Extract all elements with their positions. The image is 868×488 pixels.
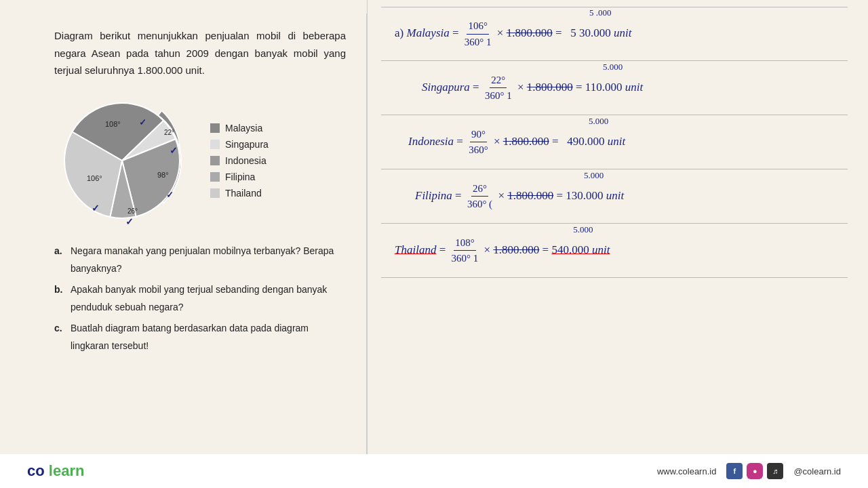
chart-legend-area: .seg { stroke: white; stroke-width: 2; } bbox=[54, 93, 346, 228]
tiktok-icon: ♬ bbox=[767, 463, 783, 479]
question-b: b. Apakah banyak mobil yang terjual seba… bbox=[54, 281, 346, 317]
q-a-label: a. bbox=[54, 242, 66, 278]
legend-item-thailand: Thailand bbox=[210, 188, 269, 199]
q-b-label: b. bbox=[54, 281, 66, 317]
legend-color-singapura bbox=[210, 140, 220, 149]
solution-malaysia: 5 .000 a) Malaysia = 106° 360° 1 × 1.800… bbox=[381, 7, 848, 61]
solution-malaysia-content: 5 .000 a) Malaysia = 106° 360° 1 × 1.800… bbox=[395, 18, 631, 49]
right-panel: 5 .000 a) Malaysia = 106° 360° 1 × 1.800… bbox=[367, 0, 868, 488]
svg-text:✓: ✓ bbox=[92, 203, 100, 214]
legend-color-indonesia bbox=[210, 156, 220, 165]
legend: Malaysia Singapura Indonesia Filipina Th… bbox=[210, 123, 269, 199]
q-c-text: Buatlah diagram batang berdasarkan data … bbox=[71, 319, 346, 355]
description-text: Diagram berikut menunjukkan penjualan mo… bbox=[54, 27, 346, 79]
instagram-icon: ● bbox=[747, 463, 763, 479]
pie-chart: .seg { stroke: white; stroke-width: 2; } bbox=[54, 93, 190, 228]
legend-label-malaysia: Malaysia bbox=[225, 123, 262, 134]
legend-label-filipina: Filipina bbox=[225, 171, 255, 182]
legend-color-malaysia bbox=[210, 123, 220, 133]
legend-label-thailand: Thailand bbox=[225, 188, 262, 199]
question-a: a. Negara manakah yang penjualan mobilny… bbox=[54, 242, 346, 278]
legend-label-indonesia: Indonesia bbox=[225, 155, 267, 166]
legend-color-thailand bbox=[210, 188, 220, 198]
social-icons: f ● ♬ bbox=[726, 463, 783, 479]
svg-text:✓: ✓ bbox=[170, 145, 178, 156]
svg-text:✓: ✓ bbox=[125, 216, 134, 227]
solution-filipina-content: 5.000 Filipina = 26° 360° ( × 1.800.000 … bbox=[395, 181, 624, 212]
brand-accent: learn bbox=[45, 462, 85, 479]
solution-singapura: 5.000 Singapura = 22° 360° 1 × 1.800.000… bbox=[381, 61, 848, 115]
footer-right: www.colearn.id f ● ♬ @colearn.id bbox=[657, 463, 841, 479]
legend-label-singapura: Singapura bbox=[225, 139, 269, 150]
question-c: c. Buatlah diagram batang berdasarkan da… bbox=[54, 319, 346, 355]
q-a-text: Negara manakah yang penjualan mobilnya t… bbox=[71, 242, 346, 278]
solution-thailand-content: 5.000 Thailand = 108° 360° 1 × 1.800.000… bbox=[395, 235, 610, 266]
svg-text:✓: ✓ bbox=[139, 117, 146, 127]
q-c-label: c. bbox=[54, 319, 66, 355]
footer: co learn www.colearn.id f ● ♬ @colearn.i… bbox=[0, 454, 868, 488]
social-handle: @colearn.id bbox=[793, 466, 841, 476]
website-url: www.colearn.id bbox=[657, 466, 716, 476]
legend-item-singapura: Singapura bbox=[210, 139, 269, 150]
solution-indonesia: 5.000 Indonesia = 90° 360° × 1.800.000 =… bbox=[381, 115, 848, 169]
q-b-text: Apakah banyak mobil yang terjual sebandi… bbox=[71, 281, 346, 317]
svg-text:22°: 22° bbox=[164, 129, 174, 136]
legend-color-filipina bbox=[210, 172, 220, 182]
questions-section: a. Negara manakah yang penjualan mobilny… bbox=[54, 242, 346, 359]
legend-item-malaysia: Malaysia bbox=[210, 123, 269, 134]
svg-text:26°: 26° bbox=[127, 207, 138, 215]
svg-text:106°: 106° bbox=[87, 174, 102, 182]
svg-text:108°: 108° bbox=[105, 120, 121, 128]
solution-indonesia-content: 5.000 Indonesia = 90° 360° × 1.800.000 =… bbox=[395, 127, 625, 158]
solution-thailand: 5.000 Thailand = 108° 360° 1 × 1.800.000… bbox=[381, 224, 848, 278]
svg-text:98°: 98° bbox=[157, 171, 169, 179]
solution-filipina: 5.000 Filipina = 26° 360° ( × 1.800.000 … bbox=[381, 169, 848, 224]
legend-item-indonesia: Indonesia bbox=[210, 155, 269, 166]
svg-text:✓: ✓ bbox=[166, 190, 174, 200]
brand-logo: co learn bbox=[27, 462, 84, 480]
left-panel: Diagram berikut menunjukkan penjualan mo… bbox=[0, 0, 366, 488]
facebook-icon: f bbox=[726, 463, 743, 479]
legend-item-filipina: Filipina bbox=[210, 171, 269, 182]
main-container: Diagram berikut menunjukkan penjualan mo… bbox=[0, 0, 868, 488]
solution-singapura-content: 5.000 Singapura = 22° 360° 1 × 1.800.000… bbox=[395, 73, 643, 104]
